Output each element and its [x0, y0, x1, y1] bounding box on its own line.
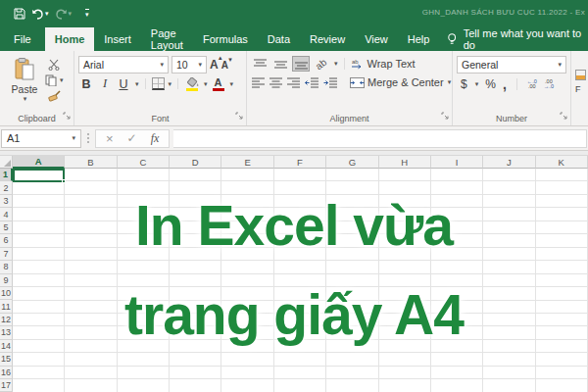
- row-header-10[interactable]: 10: [0, 287, 13, 300]
- bold-button[interactable]: B: [78, 77, 94, 91]
- redo-dropdown-icon[interactable]: ▾: [69, 10, 73, 18]
- tab-home[interactable]: Home: [45, 27, 95, 51]
- alignment-dialog-launcher-icon[interactable]: [441, 106, 449, 123]
- name-box[interactable]: A1 ▾: [1, 129, 81, 148]
- accounting-format-icon[interactable]: $: [461, 77, 467, 91]
- select-all-button[interactable]: [0, 156, 13, 169]
- middle-align-icon[interactable]: [271, 56, 289, 72]
- row-header-5[interactable]: 5: [0, 221, 13, 234]
- decrease-decimal-icon[interactable]: .00 →.0: [544, 79, 554, 89]
- column-header-b[interactable]: B: [65, 156, 117, 169]
- fill-color-dropdown-icon[interactable]: ▾: [204, 80, 208, 88]
- paste-dropdown-icon[interactable]: ▾: [24, 95, 27, 103]
- copy-dropdown-icon[interactable]: ▾: [60, 76, 64, 84]
- row-header-16[interactable]: 16: [0, 367, 13, 379]
- font-size-select[interactable]: 10 ▾: [172, 56, 207, 74]
- underline-button[interactable]: U: [116, 77, 131, 91]
- tab-formulas[interactable]: Formulas: [193, 27, 258, 51]
- row-header-14[interactable]: 14: [0, 340, 13, 353]
- merge-center-label[interactable]: Merge & Center: [368, 76, 444, 88]
- selected-cell-a1[interactable]: [13, 169, 65, 182]
- row-header-2[interactable]: 2: [0, 181, 13, 194]
- borders-dropdown-icon[interactable]: ▾: [169, 80, 172, 88]
- copy-icon[interactable]: [45, 74, 57, 86]
- number-dialog-launcher-icon[interactable]: [560, 106, 567, 123]
- tab-help[interactable]: Help: [398, 27, 440, 51]
- fill-handle[interactable]: [62, 179, 66, 183]
- decrease-indent-icon[interactable]: [304, 74, 319, 90]
- column-header-d[interactable]: D: [170, 156, 221, 169]
- save-icon[interactable]: [14, 8, 25, 20]
- merge-center-icon[interactable]: [350, 77, 365, 88]
- insert-function-icon[interactable]: fx: [151, 131, 160, 146]
- underline-dropdown-icon[interactable]: ▾: [135, 80, 139, 88]
- row-header-9[interactable]: 9: [0, 274, 13, 287]
- fill-color-icon[interactable]: [184, 77, 200, 91]
- tell-me-box[interactable]: Tell me what you want to do: [447, 27, 588, 51]
- paste-button[interactable]: Paste ▾: [4, 56, 45, 112]
- font-color-dropdown-icon[interactable]: ▾: [230, 80, 234, 88]
- row-header-8[interactable]: 8: [0, 261, 13, 273]
- increase-font-size-icon[interactable]: A▲: [210, 58, 219, 72]
- row-header-6[interactable]: 6: [0, 234, 13, 247]
- column-header-h[interactable]: H: [379, 156, 431, 169]
- row-header-3[interactable]: 3: [0, 195, 13, 208]
- tab-file[interactable]: File: [0, 27, 45, 51]
- clipboard-dialog-launcher-icon[interactable]: [63, 106, 71, 123]
- undo-icon[interactable]: ▾: [31, 9, 49, 20]
- column-header-c[interactable]: C: [118, 156, 170, 169]
- tab-insert[interactable]: Insert: [94, 27, 141, 51]
- column-header-a[interactable]: A: [13, 156, 65, 169]
- decrease-font-size-icon[interactable]: A▼: [221, 60, 228, 71]
- tab-review[interactable]: Review: [300, 27, 355, 51]
- row-header-4[interactable]: 4: [0, 208, 13, 220]
- number-format-select[interactable]: General ▾: [457, 56, 566, 74]
- column-header-e[interactable]: E: [221, 156, 273, 169]
- increase-indent-icon[interactable]: [322, 74, 338, 90]
- cut-icon[interactable]: [45, 59, 64, 71]
- enter-icon[interactable]: ✓: [127, 131, 137, 145]
- top-align-icon[interactable]: [251, 56, 269, 72]
- column-header-g[interactable]: G: [326, 156, 378, 169]
- align-center-icon[interactable]: [269, 74, 283, 90]
- wrap-text-label[interactable]: Wrap Text: [368, 58, 416, 70]
- tab-data[interactable]: Data: [258, 27, 300, 51]
- cell-grid[interactable]: [13, 169, 588, 392]
- row-header-11[interactable]: 11: [0, 300, 13, 313]
- font-dialog-launcher-icon[interactable]: [235, 106, 243, 123]
- row-header-13[interactable]: 13: [0, 326, 13, 339]
- font-color-icon[interactable]: A: [211, 77, 226, 91]
- tab-view[interactable]: View: [355, 27, 398, 51]
- align-right-icon[interactable]: [286, 74, 301, 90]
- italic-button[interactable]: I: [97, 76, 113, 91]
- merge-center-dropdown-icon[interactable]: ▾: [448, 78, 452, 86]
- borders-icon[interactable]: [152, 77, 165, 90]
- column-header-k[interactable]: K: [536, 156, 588, 169]
- customize-qat-icon[interactable]: ▾: [85, 9, 89, 19]
- undo-dropdown-icon[interactable]: ▾: [45, 10, 49, 18]
- column-header-i[interactable]: I: [431, 156, 483, 169]
- row-header-17[interactable]: 17: [0, 379, 13, 392]
- row-header-7[interactable]: 7: [0, 248, 13, 261]
- format-painter-icon[interactable]: [45, 90, 64, 102]
- row-header-1[interactable]: 1: [0, 169, 13, 181]
- tab-page-layout[interactable]: Page Layout: [141, 27, 193, 51]
- row-header-12[interactable]: 12: [0, 314, 13, 326]
- name-box-dropdown-icon[interactable]: ▾: [72, 134, 75, 142]
- redo-icon[interactable]: ▾: [55, 9, 73, 20]
- align-left-icon[interactable]: [251, 74, 266, 90]
- comma-style-icon[interactable]: ,: [503, 76, 507, 92]
- formula-bar-resize-handle[interactable]: [85, 133, 91, 143]
- increase-decimal-icon[interactable]: ←.0 .00: [527, 79, 537, 89]
- column-header-f[interactable]: F: [274, 156, 326, 169]
- orientation-icon[interactable]: ab: [313, 56, 330, 72]
- percent-style-icon[interactable]: %: [485, 77, 496, 91]
- cancel-icon[interactable]: ×: [106, 131, 114, 146]
- conditional-formatting-icon[interactable]: [575, 70, 586, 80]
- accounting-dropdown-icon[interactable]: ▾: [475, 80, 479, 88]
- font-name-select[interactable]: Arial ▾: [78, 56, 169, 74]
- formula-input[interactable]: [173, 129, 587, 148]
- column-header-j[interactable]: J: [483, 156, 535, 169]
- bottom-align-icon[interactable]: [292, 56, 310, 72]
- wrap-text-icon[interactable]: ab: [351, 58, 365, 70]
